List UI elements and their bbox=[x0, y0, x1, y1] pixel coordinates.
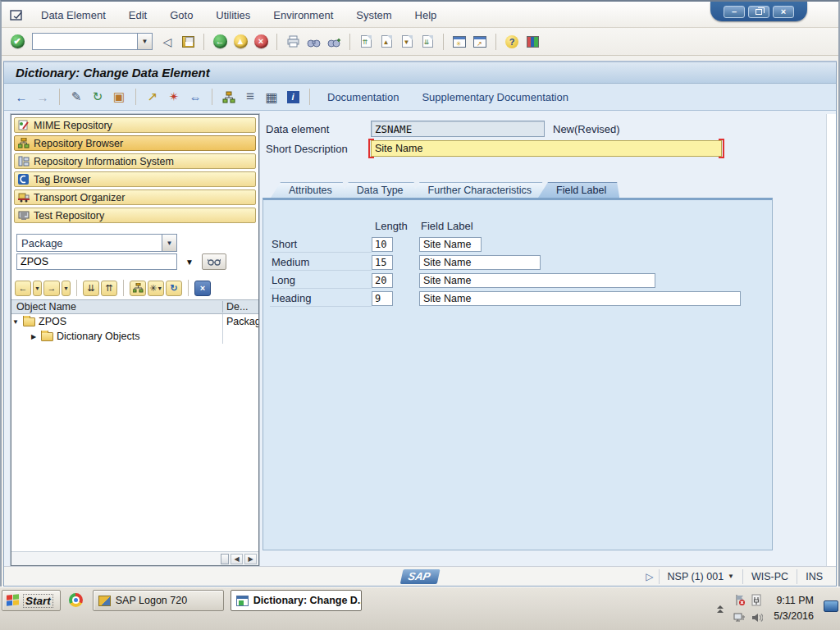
hierarchy-up-button[interactable] bbox=[130, 281, 146, 296]
tree-back-dropdown[interactable]: ▼ bbox=[33, 281, 42, 296]
restore-button[interactable] bbox=[748, 6, 769, 18]
new-session-button[interactable]: ✳ bbox=[450, 33, 468, 51]
hierarchy-button[interactable] bbox=[220, 88, 238, 106]
sidebar-item-repository-browser[interactable]: Repository Browser bbox=[14, 135, 256, 151]
display-change-button[interactable]: ✎ bbox=[67, 88, 85, 106]
short-description-input[interactable] bbox=[371, 140, 722, 157]
sidebar-item-tag-browser[interactable]: Tag Browser bbox=[14, 171, 256, 187]
menu-utilities[interactable]: Utilities bbox=[204, 6, 262, 25]
command-field[interactable] bbox=[32, 33, 137, 50]
nav-forward-button[interactable]: → bbox=[34, 88, 52, 106]
volume-icon[interactable] bbox=[749, 610, 764, 625]
sidebar-item-repository-information-system[interactable]: Repository Information System bbox=[14, 153, 256, 169]
network-icon[interactable] bbox=[732, 610, 746, 625]
menu-goto[interactable]: Goto bbox=[158, 6, 204, 25]
copy-button[interactable]: ▣ bbox=[110, 88, 128, 106]
system-menu-icon[interactable] bbox=[10, 9, 25, 22]
tree-forward-dropdown[interactable]: ▼ bbox=[62, 281, 71, 296]
system-session-cell[interactable]: NSP (1) 001 ▼ bbox=[659, 569, 742, 584]
status-expand-button[interactable]: ▷ bbox=[641, 571, 658, 582]
tree-row-dictionary-objects[interactable]: ▶ Dictionary Objects bbox=[11, 329, 258, 344]
browse-type-select[interactable]: Package ▼ bbox=[16, 234, 177, 252]
back-button[interactable]: ← bbox=[211, 33, 229, 51]
start-button[interactable]: Start bbox=[2, 590, 61, 611]
long-label-input[interactable] bbox=[419, 273, 655, 288]
tree-refresh-button[interactable]: ↻ bbox=[166, 281, 182, 296]
medium-label-input[interactable] bbox=[419, 255, 541, 270]
task-sap-logon[interactable]: SAP Logon 720 bbox=[93, 590, 224, 611]
scroll-right-button[interactable]: ▶ bbox=[244, 554, 257, 564]
sidebar-item-test-repository[interactable]: Test Repository bbox=[14, 208, 256, 223]
power-plug-icon[interactable] bbox=[749, 593, 764, 608]
chrome-quicklaunch-icon[interactable] bbox=[69, 593, 83, 607]
collapse-all-button[interactable]: ⇈ bbox=[101, 281, 117, 296]
create-shortcut-button[interactable]: ↗ bbox=[471, 33, 489, 51]
task-dictionary[interactable]: Dictionary: Change D... bbox=[231, 590, 362, 611]
tab-field-label[interactable]: Field Label bbox=[538, 182, 619, 198]
tab-data-type[interactable]: Data Type bbox=[339, 182, 417, 198]
navigate-button[interactable]: ⇔ bbox=[186, 88, 204, 106]
tab-attributes[interactable]: Attributes bbox=[271, 182, 345, 198]
minimize-button[interactable]: – bbox=[724, 6, 745, 18]
menu-environment[interactable]: Environment bbox=[262, 6, 345, 25]
find-next-button[interactable] bbox=[325, 33, 343, 51]
scroll-left-button[interactable]: ◀ bbox=[231, 554, 243, 564]
cancel-button[interactable]: × bbox=[252, 33, 270, 51]
medium-length-input[interactable] bbox=[372, 255, 393, 270]
display-object-button[interactable] bbox=[202, 253, 226, 270]
refresh-button[interactable]: ↻ bbox=[89, 88, 107, 106]
customize-layout-button[interactable] bbox=[523, 33, 541, 51]
previous-page-button[interactable]: ▲ bbox=[377, 33, 395, 51]
heading-label-input[interactable] bbox=[419, 291, 741, 306]
expand-all-button[interactable]: ⇊ bbox=[83, 281, 99, 296]
short-length-input[interactable] bbox=[372, 237, 393, 252]
where-used-button[interactable]: ↗ bbox=[144, 88, 162, 106]
favorites-button[interactable]: ✳▼ bbox=[148, 281, 164, 296]
table-view-button[interactable]: ▦ bbox=[262, 88, 281, 106]
menu-help[interactable]: Help bbox=[404, 6, 449, 25]
enter-button[interactable]: ✔ bbox=[8, 33, 26, 51]
activate-button[interactable]: ✴ bbox=[165, 88, 183, 106]
menu-data-element[interactable]: Data Element bbox=[36, 6, 117, 25]
sidebar-item-transport-organizer[interactable]: Transport Organizer bbox=[14, 189, 256, 205]
tab-further-characteristics[interactable]: Further Characteristics bbox=[410, 182, 545, 198]
next-page-button[interactable]: ▼ bbox=[398, 33, 416, 51]
caret-down-icon[interactable]: ▼ bbox=[11, 318, 20, 326]
command-dropdown-button[interactable]: ▼ bbox=[137, 33, 153, 50]
sidebar-item-mime-repository[interactable]: MIME Repository bbox=[14, 117, 256, 133]
exit-button[interactable]: ▲ bbox=[231, 33, 249, 51]
tray-clock[interactable]: 9:11 PM 5/3/2016 bbox=[774, 593, 814, 624]
object-dropdown-button[interactable]: ▼ bbox=[180, 254, 199, 269]
last-page-button[interactable]: ⇊ bbox=[418, 33, 436, 51]
tree-back-button[interactable]: ← bbox=[15, 281, 31, 296]
caret-right-icon[interactable]: ▶ bbox=[30, 333, 38, 340]
sap-gui-window: – × Data Element Edit Goto Utilities Env… bbox=[0, 0, 840, 587]
nav-back-button[interactable]: ← bbox=[12, 88, 30, 106]
tree-forward-button[interactable]: → bbox=[43, 281, 60, 296]
short-label-input[interactable] bbox=[419, 237, 482, 252]
object-name-input[interactable] bbox=[16, 253, 177, 270]
tree-row-zpos[interactable]: ▼ ZPOS Package bbox=[11, 314, 258, 329]
menu-edit[interactable]: Edit bbox=[117, 6, 158, 25]
heading-length-input[interactable] bbox=[372, 291, 393, 306]
print-button[interactable] bbox=[284, 33, 302, 51]
scrollbar-thumb[interactable] bbox=[221, 554, 229, 564]
chevron-down-icon: ▼ bbox=[162, 235, 176, 251]
collapse-button[interactable]: ◁ bbox=[158, 33, 176, 51]
close-browser-button[interactable]: × bbox=[194, 281, 211, 296]
stack-view-button[interactable]: ≡ bbox=[241, 88, 259, 106]
show-hidden-icons-button[interactable] bbox=[717, 605, 724, 613]
first-page-button[interactable]: ⇈ bbox=[357, 33, 375, 51]
close-button[interactable]: × bbox=[773, 6, 794, 18]
long-length-input[interactable] bbox=[372, 273, 393, 288]
show-desktop-icon[interactable] bbox=[824, 600, 838, 612]
menu-system[interactable]: System bbox=[345, 6, 403, 25]
supplementary-documentation-button[interactable]: Supplementary Documentation bbox=[412, 91, 578, 103]
save-button[interactable] bbox=[179, 33, 197, 51]
documentation-button[interactable]: Documentation bbox=[317, 91, 409, 103]
data-element-input[interactable] bbox=[371, 121, 545, 137]
info-button[interactable]: i bbox=[284, 88, 302, 106]
action-center-flag-icon[interactable] bbox=[732, 593, 746, 608]
find-button[interactable] bbox=[304, 33, 322, 51]
help-button[interactable]: ? bbox=[503, 33, 521, 51]
